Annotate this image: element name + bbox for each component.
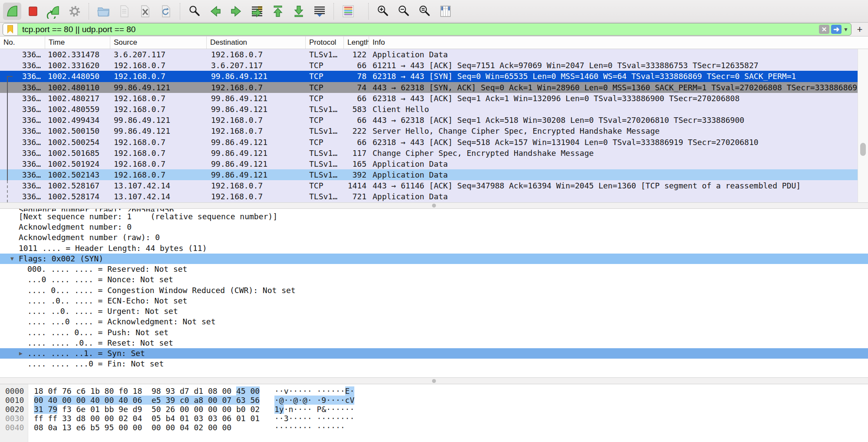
cell-time: 1002.501924 (45, 158, 110, 169)
cell-info: Application Data (369, 158, 858, 169)
hex-ascii[interactable]: ········ ······ (274, 423, 345, 432)
cell-source: 99.86.49.121 (110, 115, 207, 125)
hex-row[interactable]: 002031 79 f3 6e 01 bb 9e d9 50 26 00 00 … (0, 405, 868, 414)
save-file-icon[interactable] (115, 3, 133, 20)
packet-row[interactable]: 336…1002.50015099.86.49.121192.168.0.7TL… (0, 125, 858, 136)
go-back-icon[interactable] (206, 3, 224, 20)
pane-splitter-1[interactable] (0, 202, 868, 209)
column-header-length[interactable]: Length (344, 36, 369, 49)
packet-row[interactable]: 336…1002.502143192.168.0.799.86.49.121TL… (0, 169, 858, 180)
splitter-handle-icon (432, 379, 436, 383)
packet-row[interactable]: 336…1002.500254192.168.0.799.86.49.121TC… (0, 137, 858, 148)
clear-filter-button[interactable]: ✕ (819, 25, 829, 34)
cell-no: 336… (0, 148, 45, 158)
column-header-source[interactable]: Source (110, 36, 207, 49)
column-header-time[interactable]: Time (45, 36, 110, 49)
display-filter-field[interactable]: tcp.port == 80 || udp.port == 80 ✕ ➜ ▼ (3, 23, 851, 36)
detail-line[interactable]: ▶.... .... ..1. = Syn: Set (0, 348, 868, 359)
go-forward-icon[interactable] (227, 3, 245, 20)
zoom-reset-icon[interactable] (416, 3, 434, 20)
detail-line[interactable]: .... .0.. .... = ECN-Echo: Not set (0, 296, 868, 306)
scrollbar-thumb[interactable] (860, 143, 866, 156)
filter-expression-input[interactable]: tcp.port == 80 || udp.port == 80 (18, 25, 819, 34)
packet-row[interactable]: 336…1002.501685192.168.0.799.86.49.121TL… (0, 148, 858, 158)
toolbar-separator (368, 3, 369, 20)
collapsed-arrow-icon[interactable]: ▶ (19, 348, 23, 359)
hex-ascii[interactable]: 1y·n···· P&······ (274, 405, 354, 414)
detail-line[interactable]: .... .... 0... = Push: Not set (0, 327, 868, 338)
filter-dropdown-icon[interactable]: ▼ (843, 26, 848, 33)
hex-row[interactable]: 000018 0f 76 c6 1b 80 f0 18 98 93 d7 d1 … (0, 386, 868, 396)
cell-protocol: TCP (306, 60, 344, 71)
cell-length: 66 (344, 60, 369, 71)
restart-capture-icon[interactable] (45, 3, 63, 20)
column-header-info[interactable]: Info (369, 36, 868, 49)
cell-length: 66 (344, 115, 369, 125)
open-file-folder-icon[interactable] (94, 3, 112, 20)
detail-line[interactable]: .... 0... .... = Congestion Window Reduc… (0, 285, 868, 296)
detail-line[interactable]: ...0 .... .... = Nonce: Not set (0, 274, 868, 285)
detail-line[interactable]: ▼Flags: 0x002 (SYN) (0, 254, 868, 264)
toolbar-separator (180, 3, 181, 20)
hex-ascii[interactable]: ·@··@·@· ·9····cV (274, 396, 354, 405)
auto-scroll-icon[interactable] (310, 3, 329, 20)
cell-info: Application Data (369, 191, 858, 202)
wireshark-start-capture-icon[interactable] (3, 3, 21, 20)
column-header-protocol[interactable]: Protocol (306, 36, 344, 49)
detail-line[interactable]: Acknowledgment number: 0 (0, 222, 868, 232)
hex-ascii[interactable]: ··3····· ········ (274, 414, 354, 423)
reload-file-icon[interactable] (157, 3, 175, 20)
packet-row[interactable]: 336…1002.52817413.107.42.14192.168.0.7TL… (0, 191, 858, 202)
hex-row[interactable]: 001000 40 00 00 40 00 40 06 e5 39 c0 a8 … (0, 396, 868, 405)
hex-bytes[interactable]: ff ff 33 d8 00 00 02 04 05 b4 01 03 03 0… (34, 414, 260, 423)
packet-row[interactable]: 336…1002.501924192.168.0.799.86.49.121TL… (0, 158, 858, 169)
detail-line[interactable]: [Next sequence number: 1 (relative seque… (0, 211, 868, 222)
detail-line[interactable]: Acknowledgment number (raw): 0 (0, 232, 868, 243)
stop-capture-icon[interactable] (24, 3, 42, 20)
resize-columns-icon[interactable] (436, 3, 455, 20)
pane-splitter-2[interactable] (0, 377, 868, 384)
detail-line[interactable]: .... .... ...0 = Fin: Not set (0, 359, 868, 369)
go-first-packet-icon[interactable] (269, 3, 287, 20)
colorize-packets-icon[interactable] (339, 3, 357, 20)
cell-info: 62318 → 443 [ACK] Seq=518 Ack=157 Win=13… (369, 137, 858, 148)
capture-options-gear-icon[interactable] (66, 3, 84, 20)
packet-row[interactable]: 336…1002.448050192.168.0.799.86.49.121TC… (0, 71, 858, 82)
cell-length: 392 (344, 169, 369, 180)
detail-line[interactable]: 1011 .... = Header Length: 44 bytes (11) (0, 243, 868, 254)
hex-ascii[interactable]: ··v····· ······E· (274, 386, 354, 396)
apply-filter-button[interactable]: ➜ (831, 25, 842, 34)
close-file-icon[interactable] (136, 3, 154, 20)
hex-bytes[interactable]: 00 40 00 00 40 00 40 06 e5 39 c0 a8 00 0… (34, 396, 260, 405)
column-header-destination[interactable]: Destination (207, 36, 306, 49)
packet-list-scrollbar[interactable] (858, 49, 868, 202)
column-header-no[interactable]: No. (0, 36, 45, 49)
expanded-arrow-icon[interactable]: ▼ (10, 254, 14, 264)
detail-line[interactable]: .... ...0 .... = Acknowledgment: Not set (0, 317, 868, 327)
go-last-packet-icon[interactable] (290, 3, 308, 20)
detail-line[interactable]: 000. .... .... = Reserved: Not set (0, 264, 868, 274)
hex-bytes[interactable]: 31 79 f3 6e 01 bb 9e d9 50 26 00 00 00 0… (34, 405, 260, 414)
packet-row[interactable]: 336…1002.480559192.168.0.799.86.49.121TL… (0, 104, 858, 115)
find-packet-icon[interactable] (185, 3, 204, 20)
add-filter-button[interactable]: + (854, 24, 865, 35)
hex-bytes[interactable]: 18 0f 76 c6 1b 80 f0 18 98 93 d7 d1 08 0… (34, 386, 260, 396)
hex-row[interactable]: 0030ff ff 33 d8 00 00 02 04 05 b4 01 03 … (0, 414, 868, 423)
packet-row[interactable]: 336…1002.331620192.168.0.73.6.207.117TCP… (0, 60, 858, 71)
zoom-in-icon[interactable] (374, 3, 392, 20)
detail-line[interactable]: .... ..0. .... = Urgent: Not set (0, 306, 868, 317)
packet-row[interactable]: 336…1002.48011099.86.49.121192.168.0.7TC… (0, 82, 858, 93)
packet-row[interactable]: 336…1002.49943499.86.49.121192.168.0.7TC… (0, 115, 858, 125)
filter-bookmark-icon[interactable] (3, 23, 18, 35)
packet-row[interactable]: 336…1002.52816713.107.42.14192.168.0.7TC… (0, 180, 858, 191)
packet-row[interactable]: 336…1002.3314783.6.207.117192.168.0.7TLS… (0, 49, 858, 60)
packet-row[interactable]: 336…1002.480217192.168.0.799.86.49.121TC… (0, 93, 858, 104)
hex-row[interactable]: 004008 0a 13 e6 b5 95 00 00 00 00 04 02 … (0, 423, 868, 432)
cell-no: 336… (0, 49, 45, 60)
go-to-packet-icon[interactable] (248, 3, 266, 20)
zoom-out-icon[interactable] (395, 3, 413, 20)
cell-info: Application Data (369, 49, 858, 60)
detail-line[interactable]: .... .... .0.. = Reset: Not set (0, 338, 868, 348)
hex-bytes[interactable]: 08 0a 13 e6 b5 95 00 00 00 00 04 02 00 0… (34, 423, 231, 432)
packet-detail-pane: Sequence number (raw): 2605041956[Next s… (0, 209, 868, 377)
